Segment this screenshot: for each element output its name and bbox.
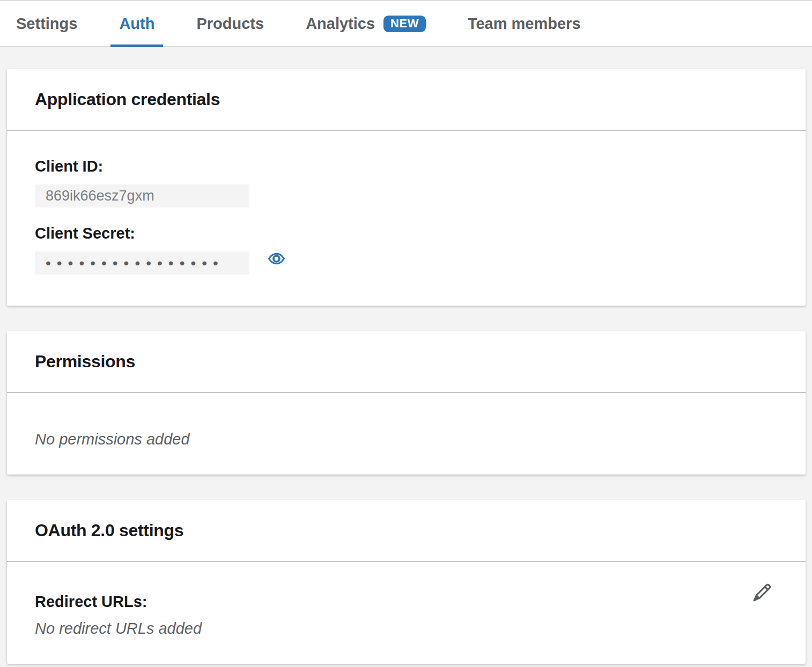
oauth-settings-header: OAuth 2.0 settings bbox=[7, 500, 806, 562]
oauth-settings-card: OAuth 2.0 settings Redirect URLs: No red… bbox=[7, 500, 806, 664]
show-client-secret-button[interactable] bbox=[268, 250, 285, 268]
tab-products[interactable]: Products bbox=[196, 1, 264, 46]
application-credentials-header: Application credentials bbox=[7, 69, 806, 131]
permissions-body: No permissions added bbox=[7, 393, 806, 475]
redirect-urls-empty-text: No redirect URLs added bbox=[35, 619, 778, 638]
redirect-urls-label: Redirect URLs: bbox=[35, 592, 778, 611]
application-credentials-title: Application credentials bbox=[35, 90, 220, 109]
tab-auth-label: Auth bbox=[119, 15, 154, 33]
oauth-settings-body: Redirect URLs: No redirect URLs added bbox=[7, 562, 806, 664]
client-secret-row: •••••••••••••••• bbox=[35, 243, 778, 275]
oauth-settings-title: OAuth 2.0 settings bbox=[35, 521, 183, 540]
tab-products-label: Products bbox=[196, 15, 264, 33]
permissions-card: Permissions No permissions added bbox=[7, 331, 806, 475]
new-badge: NEW bbox=[383, 16, 426, 32]
tab-settings[interactable]: Settings bbox=[16, 1, 77, 46]
client-secret-masked-value: •••••••••••••••• bbox=[35, 251, 249, 275]
tab-analytics[interactable]: Analytics NEW bbox=[306, 1, 426, 46]
application-credentials-body: Client ID: 869ik66esz7gxm Client Secret:… bbox=[7, 131, 806, 306]
permissions-empty-text: No permissions added bbox=[35, 429, 778, 449]
tab-settings-label: Settings bbox=[16, 15, 77, 33]
eye-icon bbox=[268, 250, 285, 268]
edit-redirect-urls-button[interactable] bbox=[751, 581, 773, 604]
tab-auth[interactable]: Auth bbox=[119, 1, 154, 46]
tab-bar: Settings Auth Products Analytics NEW Tea… bbox=[0, 0, 812, 47]
pencil-icon bbox=[751, 581, 773, 604]
app-auth-page: Settings Auth Products Analytics NEW Tea… bbox=[0, 0, 812, 667]
tab-team-members[interactable]: Team members bbox=[468, 1, 581, 46]
client-id-value: 869ik66esz7gxm bbox=[35, 184, 249, 207]
application-credentials-card: Application credentials Client ID: 869ik… bbox=[7, 69, 806, 306]
tab-analytics-label: Analytics bbox=[306, 15, 375, 33]
client-id-label: Client ID: bbox=[35, 157, 778, 176]
permissions-header: Permissions bbox=[7, 331, 806, 393]
client-secret-label: Client Secret: bbox=[35, 224, 778, 243]
tab-team-members-label: Team members bbox=[468, 15, 581, 33]
permissions-title: Permissions bbox=[35, 352, 135, 372]
